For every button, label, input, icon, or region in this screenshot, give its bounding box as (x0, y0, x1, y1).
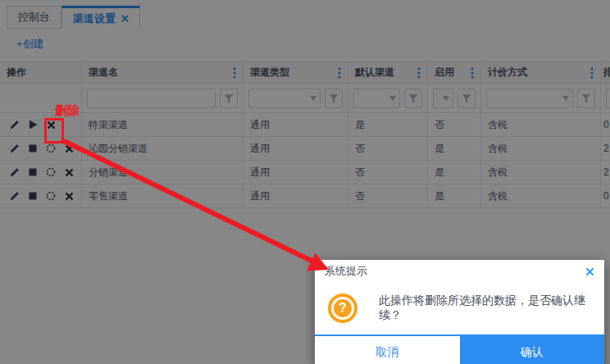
confirm-button[interactable]: 确认 (460, 336, 605, 364)
dialog-close-icon[interactable] (585, 267, 594, 276)
confirm-dialog: 系统提示 ? 此操作将删除所选择的数据，是否确认继续？ 取消 确认 (315, 260, 604, 364)
dialog-message: 此操作将删除所选择的数据，是否确认继续？ (379, 293, 591, 323)
question-icon: ? (328, 293, 357, 323)
dialog-body: ? 此操作将删除所选择的数据，是否确认继续？ (315, 281, 604, 329)
dialog-title: 系统提示 (325, 264, 367, 279)
cancel-button[interactable]: 取消 (315, 336, 460, 364)
dialog-header: 系统提示 (315, 260, 604, 281)
dialog-footer: 取消 确认 (315, 334, 604, 364)
